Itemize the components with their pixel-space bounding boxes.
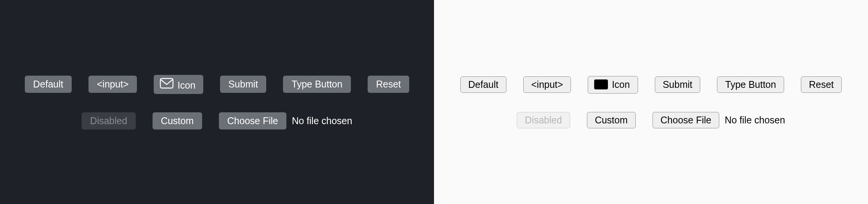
icon-button-label: Icon	[612, 80, 630, 89]
black-rect-icon	[594, 79, 608, 89]
submit-button[interactable]: Submit	[220, 76, 267, 93]
svg-rect-0	[161, 78, 173, 88]
default-button[interactable]: Default	[460, 76, 506, 93]
custom-button-label: Custom	[595, 115, 628, 125]
disabled-button-label: Disabled	[90, 115, 127, 126]
type-button-label: Type Button	[725, 79, 776, 90]
light-row-1: Default <input> Icon Submit Type Button …	[460, 76, 842, 94]
reset-button-label: Reset	[376, 79, 401, 89]
submit-button-label: Submit	[228, 79, 258, 89]
choose-file-button-label: Choose File	[227, 115, 278, 126]
input-button[interactable]: <input>	[523, 76, 571, 93]
custom-button[interactable]: Custom	[587, 112, 636, 128]
disabled-button-label: Disabled	[525, 115, 562, 125]
choose-file-button-label: Choose File	[661, 115, 711, 125]
input-button-label: <input>	[531, 79, 563, 90]
dark-row-2: Disabled Custom Choose File No file chos…	[82, 112, 352, 130]
reset-button[interactable]: Reset	[368, 76, 409, 93]
disabled-button: Disabled	[82, 112, 135, 130]
type-button[interactable]: Type Button	[717, 76, 784, 93]
default-button-label: Default	[33, 79, 63, 89]
submit-button[interactable]: Submit	[655, 76, 701, 93]
reset-button[interactable]: Reset	[801, 76, 842, 93]
reset-button-label: Reset	[809, 79, 834, 90]
file-input[interactable]: Choose File No file chosen	[653, 112, 785, 128]
dark-row-1: Default <input> Icon Submit Type Button …	[25, 75, 409, 94]
choose-file-button[interactable]: Choose File	[653, 112, 719, 128]
choose-file-button[interactable]: Choose File	[219, 112, 286, 130]
type-button-label: Type Button	[291, 79, 342, 89]
default-button[interactable]: Default	[25, 76, 72, 93]
custom-button-label: Custom	[161, 115, 194, 126]
input-button[interactable]: <input>	[88, 76, 137, 93]
type-button[interactable]: Type Button	[283, 76, 350, 93]
file-input[interactable]: Choose File No file chosen	[219, 112, 352, 130]
file-status-text: No file chosen	[292, 115, 352, 126]
disabled-button: Disabled	[517, 112, 570, 128]
icon-button[interactable]: Icon	[588, 76, 638, 94]
icon-button-label: Icon	[177, 81, 195, 90]
mail-icon	[160, 78, 174, 90]
dark-button-groups: Default <input> Icon Submit Type Button …	[25, 75, 409, 130]
light-panel: Default <input> Icon Submit Type Button …	[434, 0, 868, 204]
input-button-label: <input>	[97, 79, 129, 89]
file-status-text: No file chosen	[725, 115, 785, 126]
icon-button[interactable]: Icon	[154, 75, 203, 94]
light-button-groups: Default <input> Icon Submit Type Button …	[460, 76, 842, 128]
light-row-2: Disabled Custom Choose File No file chos…	[517, 112, 785, 128]
submit-button-label: Submit	[663, 79, 693, 90]
custom-button[interactable]: Custom	[153, 112, 202, 130]
dark-panel: Default <input> Icon Submit Type Button …	[0, 0, 434, 204]
default-button-label: Default	[468, 79, 498, 90]
